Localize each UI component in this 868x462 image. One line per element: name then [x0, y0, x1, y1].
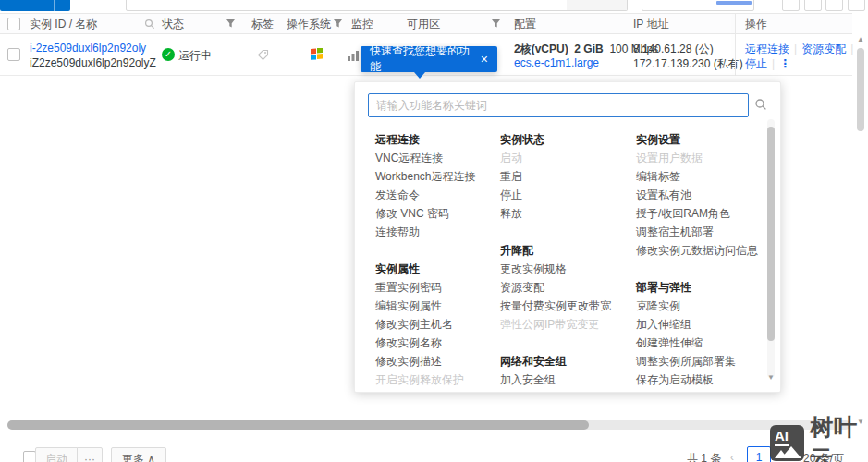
column-header-monitor[interactable]: 监控	[351, 14, 373, 34]
scroll-down-icon[interactable]: ▼	[766, 373, 776, 383]
refresh-icon[interactable]	[782, 0, 800, 11]
quickfind-item[interactable]: 发送命令	[375, 186, 505, 204]
private-ip: 172.17.139.230 (私有)	[633, 56, 743, 72]
row-checkbox[interactable]	[7, 48, 20, 61]
quickfind-item[interactable]: 设置私有池	[636, 186, 765, 204]
settings-icon[interactable]	[804, 0, 822, 11]
watermark-brand: 树叶云	[810, 412, 868, 462]
quickfind-item[interactable]: 克隆实例	[636, 297, 765, 315]
quickfind-search-input[interactable]	[368, 93, 749, 117]
quickfind-item[interactable]: 保存为启动模板	[636, 371, 765, 389]
running-status-icon: ✓	[162, 48, 175, 61]
column-header-tags[interactable]: 标签	[251, 14, 274, 34]
instance-search-input[interactable]	[126, 0, 568, 11]
vertical-scrollbar-thumb[interactable]	[857, 48, 864, 131]
ecs-instance-console: 实例 ID / 名称 状态 标签 操作系统 监控 可用区 配置 IP 地址 操作…	[0, 0, 868, 462]
quickfind-group: 网络和安全组加入安全组	[500, 352, 630, 389]
tag-icon[interactable]	[257, 49, 269, 61]
quickfind-item[interactable]: 修改实例描述	[375, 352, 505, 371]
quickfind-item[interactable]: 创建弹性伸缩	[636, 334, 765, 352]
quickfind-item[interactable]: 更改实例规格	[500, 260, 630, 278]
watermark: AI 树叶云	[770, 412, 868, 462]
close-icon[interactable]: ×	[481, 53, 488, 66]
instance-type-link[interactable]: ecs.e-c1m1.large	[514, 56, 599, 69]
quickfind-item[interactable]: 修改 VNC 密码	[375, 204, 505, 223]
quickfind-item[interactable]: 调整宿主机部署	[636, 223, 765, 241]
select-all-checkbox[interactable]	[7, 18, 20, 30]
monitor-chart-icon[interactable]	[348, 50, 361, 61]
quickfind-item[interactable]: 停止	[500, 186, 630, 204]
quickfind-item[interactable]: Workbench远程连接	[375, 167, 505, 186]
column-header-ip[interactable]: IP 地址	[633, 14, 668, 34]
quickfind-item[interactable]: 编辑实例属性	[375, 297, 505, 315]
quickfind-group: 实例状态启动重启停止释放	[500, 130, 630, 223]
quickfind-item[interactable]: 重置实例密码	[375, 278, 505, 297]
column-header-os[interactable]: 操作系统	[287, 14, 331, 34]
start-more-button[interactable]: ···	[77, 447, 103, 462]
row-actions-line1: 远程连接|资源变配|	[745, 42, 858, 57]
quickfind-item: 弹性公网IP带宽变更	[500, 315, 630, 334]
filter-icon[interactable]	[491, 18, 501, 29]
quickfind-item[interactable]: 连接帮助	[375, 223, 505, 241]
quickfind-item[interactable]: VNC远程连接	[375, 149, 505, 167]
config-mem: 2 GiB	[574, 43, 603, 55]
column-header-actions[interactable]: 操作	[745, 14, 767, 34]
start-button[interactable]: 启动	[35, 447, 78, 462]
more-button[interactable]: 更多 ∧	[111, 447, 166, 462]
more-actions-kebab-icon[interactable]: ⋮	[779, 57, 790, 70]
config-cpu: 2核(vCPU)	[514, 43, 568, 55]
quickfind-group: 远程连接VNC远程连接Workbench远程连接发送命令修改 VNC 密码连接帮…	[375, 130, 505, 241]
table-header-row: 实例 ID / 名称 状态 标签 操作系统 监控 可用区 配置 IP 地址 操作	[0, 13, 852, 34]
quickfind-group-title: 远程连接	[375, 130, 505, 149]
quickfind-scrollbar-thumb[interactable]	[767, 127, 775, 341]
quickfind-item[interactable]: 按量付费实例更改带宽	[500, 297, 630, 315]
instance-name: iZ2ze509duxl6lp2n92olyZ	[30, 56, 156, 69]
fullscreen-icon[interactable]	[848, 0, 865, 11]
quickfind-item[interactable]: 加入安全组	[500, 371, 630, 389]
quickfind-item[interactable]: 修改实例元数据访问信息	[636, 241, 765, 260]
prev-page-icon[interactable]: ‹	[730, 451, 734, 462]
stop-link[interactable]: 停止	[745, 57, 767, 70]
quickfind-item[interactable]: 释放	[500, 204, 630, 223]
quickfind-item[interactable]: 重启	[500, 167, 630, 186]
scroll-up-icon[interactable]: ▲	[855, 35, 866, 44]
quickfind-group-title: 部署与弹性	[636, 278, 765, 297]
quickfind-guide-tooltip: 快速查找您想要的功能 ×	[361, 46, 497, 72]
quickfind-item[interactable]: 加入伸缩组	[636, 315, 765, 334]
create-instance-button[interactable]	[0, 0, 70, 11]
quickfind-item[interactable]: 资源变配	[500, 278, 630, 297]
quickfind-item[interactable]: 调整实例所属部署集	[636, 352, 765, 371]
search-button[interactable]	[567, 0, 628, 11]
windows-os-icon	[311, 48, 324, 61]
quickfind-item[interactable]: 编辑标签	[636, 167, 765, 186]
quickfind-item[interactable]: 修改实例名称	[375, 334, 505, 352]
resize-link[interactable]: 资源变配	[801, 43, 846, 55]
search-icon[interactable]	[754, 98, 767, 111]
remote-connect-link[interactable]: 远程连接	[745, 43, 789, 55]
horizontal-scrollbar[interactable]	[7, 420, 850, 430]
quickfind-column-1: 远程连接VNC远程连接Workbench远程连接发送命令修改 VNC 密码连接帮…	[375, 130, 505, 407]
filter-icon[interactable]	[333, 18, 343, 29]
toolbar-link[interactable]	[716, 1, 752, 5]
column-header-instance-id[interactable]: 实例 ID / 名称	[30, 14, 97, 34]
current-page-button[interactable]: 1	[747, 446, 771, 462]
quickfind-item[interactable]: 修改实例主机名	[375, 315, 505, 334]
column-header-status[interactable]: 状态	[162, 14, 184, 34]
instance-id-link[interactable]: i-2ze509duxl6lp2n92oly	[30, 42, 146, 55]
export-icon[interactable]	[825, 0, 843, 11]
footer-select-all-checkbox[interactable]	[23, 451, 36, 462]
vertical-scrollbar[interactable]: ▲ ▼	[855, 35, 866, 427]
watermark-ai-image-icon: AI	[770, 425, 804, 461]
search-icon[interactable]	[144, 18, 155, 30]
status-text: 运行中	[178, 48, 212, 64]
quickfind-panel: 远程连接VNC远程连接Workbench远程连接发送命令修改 VNC 密码连接帮…	[354, 81, 781, 393]
quickfind-group-title: 网络和安全组	[500, 352, 630, 371]
filter-icon[interactable]	[226, 18, 236, 29]
quickfind-group-title: 实例设置	[636, 130, 765, 149]
column-header-config[interactable]: 配置	[514, 14, 536, 34]
horizontal-scrollbar-thumb[interactable]	[7, 420, 589, 430]
quickfind-group: 部署与弹性克隆实例加入伸缩组创建弹性伸缩调整实例所属部署集保存为启动模板	[636, 278, 765, 389]
column-header-zone[interactable]: 可用区	[407, 14, 440, 34]
quickfind-item[interactable]: 授予/收回RAM角色	[636, 204, 765, 223]
quickfind-item: 启动	[500, 149, 630, 167]
